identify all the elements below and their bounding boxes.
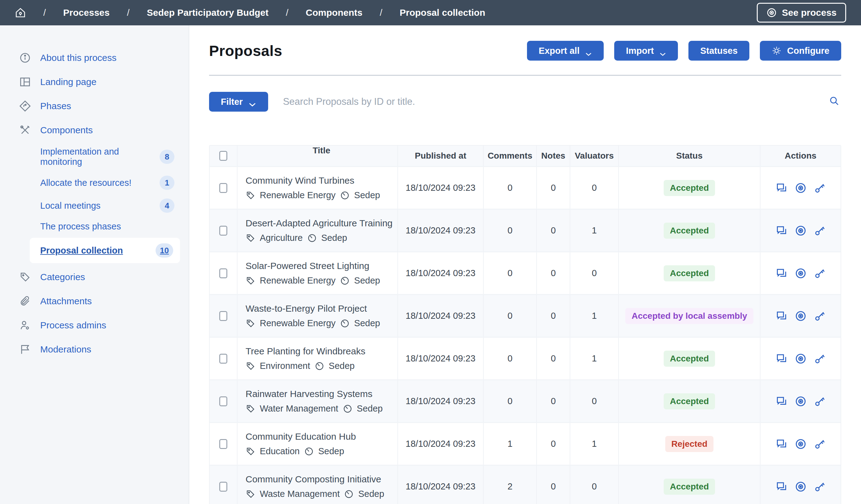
status-badge: Accepted	[664, 351, 715, 367]
category-label: Renewable Energy	[260, 275, 336, 286]
tag-icon	[246, 233, 256, 243]
export-all-button[interactable]: Export all	[527, 41, 604, 60]
row-checkbox[interactable]	[219, 439, 227, 449]
published-at-cell: 18/10/2024 09:23	[398, 252, 484, 294]
export-all-label: Export all	[539, 46, 579, 56]
row-actions	[776, 225, 826, 236]
row-checkbox[interactable]	[219, 183, 227, 193]
preview-icon[interactable]	[795, 438, 807, 450]
permissions-key-icon[interactable]	[814, 225, 826, 236]
sidebar-item-landing-page[interactable]: Landing page	[0, 70, 189, 94]
import-label: Import	[626, 46, 654, 56]
permissions-key-icon[interactable]	[814, 182, 826, 194]
notes-cell: 0	[537, 380, 570, 422]
preview-icon[interactable]	[795, 182, 807, 194]
breadcrumb-separator: /	[380, 8, 382, 18]
answer-proposal-icon[interactable]	[776, 268, 788, 279]
select-all-checkbox[interactable]	[219, 151, 227, 161]
home-icon[interactable]	[15, 7, 26, 18]
permissions-key-icon[interactable]	[814, 268, 826, 279]
tag-icon	[246, 318, 256, 328]
answer-proposal-icon[interactable]	[776, 481, 788, 493]
proposal-title-link[interactable]: Desert-Adapted Agriculture Training	[246, 218, 393, 229]
breadcrumb-components[interactable]: Components	[306, 8, 363, 18]
permissions-key-icon[interactable]	[814, 310, 826, 322]
permissions-key-icon[interactable]	[814, 438, 826, 450]
row-checkbox[interactable]	[219, 226, 227, 236]
sidebar-item-moderations[interactable]: Moderations	[0, 337, 189, 362]
proposal-title-link[interactable]: Waste-to-Energy Pilot Project	[246, 303, 367, 314]
category-label: Water Management	[260, 404, 338, 414]
valuators-cell: 0	[570, 167, 619, 209]
table-row: Community Wind Turbines Renewable Energy…	[210, 166, 840, 209]
answer-proposal-icon[interactable]	[776, 182, 788, 194]
sidebar-item-allocate-resources[interactable]: Allocate the resources! 1	[0, 171, 189, 194]
row-checkbox[interactable]	[219, 396, 227, 406]
row-actions	[776, 182, 826, 194]
sidebar-item-components[interactable]: Components	[0, 118, 189, 142]
permissions-key-icon[interactable]	[814, 395, 826, 407]
search-button[interactable]	[827, 95, 841, 109]
row-checkbox[interactable]	[219, 268, 227, 278]
sidebar-item-categories[interactable]: Categories	[0, 265, 189, 289]
breadcrumb-processes[interactable]: Processes	[63, 8, 109, 18]
scope-icon	[304, 447, 314, 457]
table-header-row: Title Published at Comments Notes Valuat…	[210, 146, 840, 166]
proposal-title-link[interactable]: Solar-Powered Street Lighting	[246, 261, 369, 271]
filter-button[interactable]: Filter	[209, 92, 268, 112]
category-label: Waste Management	[260, 489, 340, 499]
sidebar-item-label: Implementation and monitoring	[40, 147, 160, 167]
answer-proposal-icon[interactable]	[776, 353, 788, 365]
sidebar-item-implementation-monitoring[interactable]: Implementation and monitoring 8	[0, 142, 189, 171]
proposal-title-link[interactable]: Community Composting Initiative	[246, 474, 381, 485]
answer-proposal-icon[interactable]	[776, 225, 788, 236]
status-badge: Accepted	[664, 479, 715, 495]
preview-icon[interactable]	[795, 481, 807, 493]
notes-cell: 0	[537, 466, 570, 504]
preview-icon[interactable]	[795, 395, 807, 407]
sidebar-item-process-phases[interactable]: The process phases	[0, 217, 189, 236]
proposal-meta: Waste Management Sedep	[246, 489, 384, 499]
valuators-cell: 1	[570, 295, 619, 337]
proposal-title-link[interactable]: Community Wind Turbines	[246, 175, 354, 186]
sidebar-item-process-admins[interactable]: Process admins	[0, 313, 189, 337]
search-input[interactable]	[283, 96, 812, 107]
see-process-button[interactable]: See process	[757, 3, 846, 23]
scope-label: Sedep	[357, 404, 383, 414]
breadcrumb-process-name[interactable]: Sedep Participatory Budget	[147, 8, 269, 18]
answer-proposal-icon[interactable]	[776, 395, 788, 407]
scope-label: Sedep	[321, 233, 347, 243]
breadcrumb: / Processes / Sedep Participatory Budget…	[15, 7, 485, 18]
row-checkbox[interactable]	[219, 482, 227, 492]
sidebar-item-proposal-collection[interactable]: Proposal collection 10	[30, 238, 180, 263]
row-actions	[776, 310, 826, 322]
published-at-cell: 18/10/2024 09:23	[398, 167, 484, 209]
tag-icon	[246, 190, 256, 200]
preview-icon[interactable]	[795, 310, 807, 322]
configure-button[interactable]: Configure	[760, 41, 841, 60]
proposal-title-link[interactable]: Rainwater Harvesting Systems	[246, 389, 372, 399]
sidebar-item-about[interactable]: About this process	[0, 46, 189, 70]
preview-icon[interactable]	[795, 353, 807, 365]
preview-icon[interactable]	[795, 268, 807, 279]
scope-label: Sedep	[358, 489, 384, 499]
category-label: Renewable Energy	[260, 318, 336, 328]
row-checkbox[interactable]	[219, 311, 227, 321]
proposal-title-link[interactable]: Tree Planting for Windbreaks	[246, 346, 365, 356]
answer-proposal-icon[interactable]	[776, 310, 788, 322]
permissions-key-icon[interactable]	[814, 353, 826, 365]
table-row: Desert-Adapted Agriculture Training Agri…	[210, 209, 840, 251]
scope-icon	[344, 489, 354, 499]
permissions-key-icon[interactable]	[814, 481, 826, 493]
proposal-title-link[interactable]: Community Education Hub	[246, 431, 356, 442]
import-button[interactable]: Import	[614, 41, 678, 60]
answer-proposal-icon[interactable]	[776, 438, 788, 450]
sidebar-item-attachments[interactable]: Attachments	[0, 289, 189, 313]
sidebar-item-local-meetings[interactable]: Local meetings 4	[0, 194, 189, 217]
eye-icon	[766, 8, 777, 18]
row-checkbox[interactable]	[219, 354, 227, 364]
statuses-button[interactable]: Statuses	[688, 41, 749, 60]
sidebar-item-phases[interactable]: Phases	[0, 94, 189, 118]
preview-icon[interactable]	[795, 225, 807, 236]
toolbar: Export all Import Statuses	[527, 41, 841, 60]
